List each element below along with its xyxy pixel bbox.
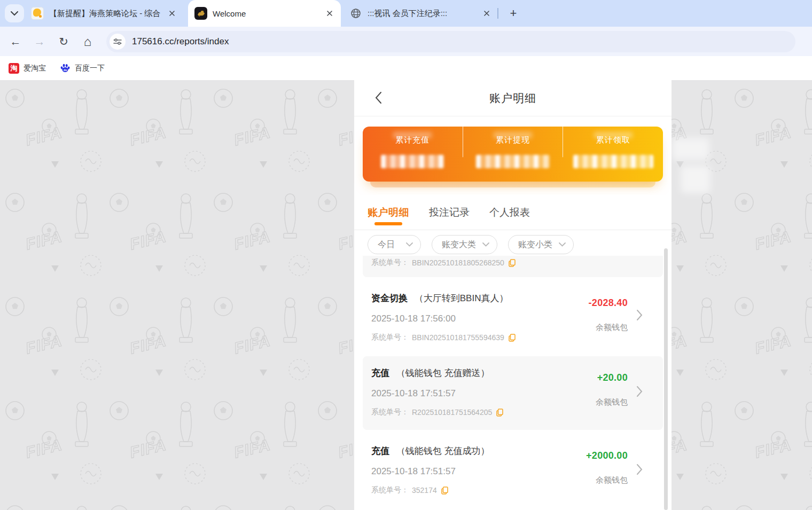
filter-label: 账变小类 xyxy=(518,239,552,250)
bookmark-label: 百度一下 xyxy=(75,64,105,73)
table-row[interactable]: 充值 （钱能钱包 充值赠送） 2025-10-18 17:51:57 系统单号：… xyxy=(363,356,663,430)
table-row[interactable]: 资金切换 （大厅转到BBIN真人） 2025-10-18 17:56:00 系统… xyxy=(363,281,663,352)
tab-title: :::视讯 会员下注纪录::: xyxy=(368,9,478,19)
report-tabs: 账户明细 投注记录 个人报表 xyxy=(354,195,672,230)
filter-date-dropdown[interactable]: 今日 xyxy=(368,235,421,254)
close-tab-icon[interactable] xyxy=(167,9,177,18)
transaction-list: 系统单号： BBIN202510181805268250 资金切换 （大厅转到B… xyxy=(354,213,672,510)
back-button[interactable]: ← xyxy=(9,35,22,49)
account-detail-panel: 账户明细 累计充值 累计提现 累计领取 账户明细 投注记录 xyxy=(354,80,672,510)
transaction-note: （大厅转到BBIN真人） xyxy=(415,293,509,303)
row-amount-block: -2028.40 余额钱包 xyxy=(589,297,628,333)
transaction-amount: +20.00 xyxy=(596,372,628,383)
chevron-down-icon xyxy=(406,242,413,247)
taobao-icon: 淘 xyxy=(9,63,19,74)
blur-artifact xyxy=(681,166,710,193)
tab-title: Welcome xyxy=(213,9,321,18)
address-bar[interactable]: 175616.cc/reports/index xyxy=(106,31,795,52)
table-row[interactable]: 充值 （钱能钱包 充值成功） 2025-10-18 17:51:57 系统单号：… xyxy=(363,434,663,508)
transaction-note: （钱能钱包 充值赠送） xyxy=(396,368,490,378)
summary-total-claim: 累计领取 xyxy=(563,127,663,182)
back-chevron-icon[interactable] xyxy=(370,90,386,106)
summary-total-withdraw: 累计提现 xyxy=(463,127,563,182)
row-amount-block: +2000.00 余额钱包 xyxy=(586,450,628,485)
blur-artifact xyxy=(672,138,709,160)
filter-major-category-dropdown[interactable]: 账变大类 xyxy=(432,235,497,254)
summary-label: 累计充值 xyxy=(395,135,430,145)
copy-icon[interactable] xyxy=(496,409,503,417)
tab-title: 【新提醒】海燕策略论坛 - 综合 xyxy=(49,9,163,19)
obscured-value xyxy=(476,155,550,168)
tab-bet-records[interactable]: 投注记录 xyxy=(429,195,470,230)
forward-button[interactable]: → xyxy=(33,35,46,49)
obscured-value xyxy=(573,155,653,168)
order-label: 系统单号： xyxy=(371,407,409,417)
transaction-type: 充值 xyxy=(371,446,389,456)
browser-tab-strip: 【新提醒】海燕策略论坛 - 综合 Welcome :::视讯 会员下注纪录:::… xyxy=(0,0,812,27)
filter-bar: 今日 账变大类 账变小类 xyxy=(354,230,672,256)
copy-icon[interactable] xyxy=(441,487,448,495)
obscured-value xyxy=(381,155,444,168)
close-tab-icon[interactable] xyxy=(482,9,491,18)
new-tab-button[interactable]: + xyxy=(506,6,520,20)
bookmark-baidu[interactable]: du 百度一下 xyxy=(60,63,105,74)
tab-label: 个人报表 xyxy=(489,206,530,219)
order-number-line: 系统单号： BBIN202510181755594639 xyxy=(371,333,639,342)
order-number-line: 系统单号： R202510181751564205 xyxy=(371,407,639,417)
chevron-down-icon xyxy=(11,11,18,16)
bookmarks-bar: 淘 爱淘宝 du 百度一下 xyxy=(0,56,812,80)
page-content: FIFA 账户明细 xyxy=(0,80,812,510)
order-number: 352174 xyxy=(412,486,437,495)
chevron-right-icon[interactable] xyxy=(636,464,643,477)
tab-label: 账户明细 xyxy=(368,206,409,219)
summary-total-deposit: 累计充值 xyxy=(363,127,463,182)
forum-favicon-icon xyxy=(31,7,44,20)
filter-minor-category-dropdown[interactable]: 账变小类 xyxy=(508,235,574,254)
bookmark-label: 爱淘宝 xyxy=(24,64,46,73)
wallet-name: 余额钱包 xyxy=(586,475,628,485)
chevron-right-icon[interactable] xyxy=(636,309,643,323)
wallet-name: 余额钱包 xyxy=(589,323,628,333)
wallet-name: 余额钱包 xyxy=(596,397,628,407)
transaction-amount: -2028.40 xyxy=(589,297,628,309)
close-tab-icon[interactable] xyxy=(325,9,334,18)
filter-label: 今日 xyxy=(378,239,400,250)
copy-icon[interactable] xyxy=(509,259,516,267)
tab-search-button[interactable] xyxy=(5,4,24,22)
bookmark-taobao[interactable]: 淘 爱淘宝 xyxy=(9,63,46,74)
tab-separator xyxy=(497,8,498,19)
browser-tab-records[interactable]: :::视讯 会员下注纪录::: xyxy=(346,0,495,27)
transaction-amount: +2000.00 xyxy=(586,450,628,461)
order-label: 系统单号： xyxy=(371,333,409,342)
browser-tab-forum[interactable]: 【新提醒】海燕策略论坛 - 综合 xyxy=(28,0,180,27)
reload-button[interactable]: ↻ xyxy=(57,35,71,49)
summary-label: 累计领取 xyxy=(596,135,630,145)
row-amount-block: +20.00 余额钱包 xyxy=(596,372,628,407)
tab-personal-report[interactable]: 个人报表 xyxy=(489,195,530,230)
order-number: BBIN202510181805268250 xyxy=(412,258,504,267)
panel-header: 账户明细 xyxy=(354,80,672,116)
order-number-line: 系统单号： 352174 xyxy=(371,485,639,495)
filter-label: 账变大类 xyxy=(442,239,476,250)
transaction-type: 充值 xyxy=(371,368,389,378)
page-title: 账户明细 xyxy=(489,91,536,106)
active-tab-underline xyxy=(374,222,402,225)
tab-label: 投注记录 xyxy=(429,206,470,219)
tab-account-detail[interactable]: 账户明细 xyxy=(368,195,409,230)
list-scrollbar[interactable] xyxy=(664,248,668,510)
chevron-right-icon[interactable] xyxy=(636,386,643,399)
order-number: BBIN202510181755594639 xyxy=(412,333,504,342)
url-text: 175616.cc/reports/index xyxy=(132,36,229,47)
summary-label: 累计提现 xyxy=(496,135,530,145)
svg-text:du: du xyxy=(64,68,67,71)
order-label: 系统单号： xyxy=(371,485,409,495)
site-info-icon[interactable] xyxy=(110,34,126,50)
chevron-down-icon xyxy=(559,242,566,247)
copy-icon[interactable] xyxy=(509,334,516,342)
baidu-paw-icon: du xyxy=(60,63,71,74)
globe-icon xyxy=(349,7,362,20)
gold-figure-favicon-icon xyxy=(194,7,207,20)
browser-tab-welcome-active[interactable]: Welcome xyxy=(188,0,341,27)
home-button[interactable]: ⌂ xyxy=(81,35,95,49)
order-number: R202510181751564205 xyxy=(412,408,492,417)
